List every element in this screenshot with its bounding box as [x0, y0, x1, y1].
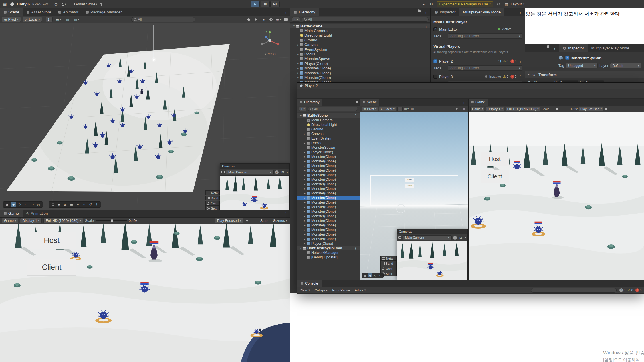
display-dropdown[interactable]: Display 1▾	[20, 218, 42, 223]
p2-scene-viewport[interactable]: Host Client NetwBandOwnSetti ⊞ ⊕ ↻ ▱ Cam…	[360, 112, 468, 280]
console-search-input[interactable]	[531, 288, 617, 293]
camera-select-dropdown[interactable]: Main Camera▾	[226, 170, 274, 174]
hierarchy-item-row[interactable]: ▸Monster(Clone)	[297, 223, 360, 228]
foldout-closed-icon[interactable]: ▸	[303, 192, 307, 195]
cameras-overlay[interactable]: Cameras Main Camera▾ i ⊡ ▾	[220, 163, 290, 210]
game-mode-dropdown[interactable]: Game▾	[470, 107, 484, 111]
editor-dropdown[interactable]: Editor▾	[352, 288, 368, 293]
client-button[interactable]: Client	[481, 170, 509, 183]
grid-snap-dropdown[interactable]: ▦▾	[404, 106, 409, 112]
play-focused-dropdown[interactable]: Play Focused▾	[579, 107, 603, 111]
hierarchy-search-input[interactable]: All	[302, 17, 429, 22]
host-button[interactable]: Host	[481, 152, 509, 166]
pane-menu-icon[interactable]: ⋮	[282, 8, 290, 16]
error-pause-button[interactable]: Error Pause	[330, 288, 352, 293]
layer-dropdown[interactable]: Default▾	[610, 63, 641, 68]
cameras-overlay[interactable]: Cameras Main Camera▾ i ⊡ ▾	[397, 229, 468, 280]
tab-animation[interactable]: ◷Animation	[23, 210, 52, 217]
rotate-tool-icon[interactable]: ↻	[17, 202, 23, 207]
view-tool-icon[interactable]: ⊞	[363, 273, 367, 277]
orientation-gizmo[interactable]: y ◂ Persp	[259, 28, 281, 51]
foldout-closed-icon[interactable]: ▸	[303, 242, 307, 245]
game-viewport[interactable]: Host Client	[0, 224, 290, 362]
undo-history-icon[interactable]: ↻	[429, 2, 434, 7]
hierarchy-item-row[interactable]: ▸Player(Clone)	[297, 150, 360, 154]
tab-scene[interactable]: Scene	[0, 8, 23, 16]
transform-component-header[interactable]: ▾ ⊕ Transform	[525, 71, 644, 78]
add-object-button[interactable]: +▾	[292, 17, 300, 22]
hierarchy-item-row[interactable]: Ground	[290, 38, 430, 42]
effects-toggle-icon[interactable]: ∗	[261, 17, 266, 22]
tab-inspector[interactable]: iInspector	[559, 44, 588, 52]
tab-console[interactable]: Console	[297, 280, 322, 287]
cameras-overlay-title[interactable]: Cameras	[397, 229, 467, 234]
scale-slider[interactable]	[96, 220, 127, 221]
grid-size-field[interactable]: 1	[397, 107, 403, 111]
menu-icon[interactable]: ▦	[2, 2, 7, 7]
hierarchy-item-row[interactable]: ▸Monster(Clone)	[297, 164, 360, 168]
info-count-badge[interactable]: i0	[619, 288, 625, 292]
scene-viewport[interactable]: y ◂ Persp NetwBandOwnSetti Cameras Main …	[0, 23, 290, 210]
hierarchy-item-row[interactable]: ▸Player(Clone)	[297, 241, 360, 246]
hierarchy-item-row[interactable]: ▸Monster(Clone)	[297, 173, 360, 177]
maximize-icon[interactable]: ⊡	[280, 170, 285, 175]
search-button[interactable]	[496, 2, 501, 7]
account-button[interactable]: ▾	[61, 2, 66, 7]
grid-visibility-icon[interactable]: ▦	[461, 106, 467, 112]
cloud-icon[interactable]: ☁	[421, 2, 426, 7]
foldout-closed-icon[interactable]: ▸	[303, 210, 307, 213]
foldout-closed-icon[interactable]: ▸	[303, 201, 307, 204]
collapsed-window-setti[interactable]: Setti	[205, 206, 220, 210]
hierarchy-item-row[interactable]: ▸Monster(Clone)	[297, 196, 360, 200]
foldout-closed-icon[interactable]: ▸	[303, 187, 307, 190]
foldout-open-icon[interactable]: ▾	[299, 247, 303, 250]
collab-disabled-icon[interactable]: ⊘	[53, 2, 58, 7]
foldout-closed-icon[interactable]: ▸	[303, 142, 307, 144]
gizmos-dropdown[interactable]: Gizmos▾	[271, 218, 288, 223]
layout-dropdown[interactable]: ▦Layout▾	[504, 2, 524, 7]
hierarchy-item-row[interactable]: ▸Monster(Clone)	[290, 71, 430, 75]
lock-icon[interactable]	[545, 44, 550, 49]
foldout-closed-icon[interactable]: ▸	[303, 160, 307, 163]
move-tool-icon[interactable]: ⊕	[368, 273, 372, 277]
player-2-row[interactable]: ✓ Player 2 ⚠0 !0 ⋮	[433, 58, 522, 64]
pane-menu-icon[interactable]: ⋮	[422, 8, 430, 16]
player-3-menu-icon[interactable]: ⋮	[518, 74, 522, 79]
local-dropdown[interactable]: ⊙Local▾	[379, 107, 396, 111]
hierarchy-item-row[interactable]: ▸Monster(Clone)	[297, 177, 360, 182]
foldout-open-icon[interactable]: ▾	[292, 25, 296, 27]
clear-button[interactable]: Clear▾	[297, 288, 312, 293]
move-tool-icon[interactable]: ⊕	[11, 202, 16, 207]
collapse-button[interactable]: Collapse	[312, 288, 330, 293]
overlay-menu-icon[interactable]: ▾	[465, 236, 466, 239]
error-count-badge[interactable]: !0	[635, 288, 641, 292]
hierarchy-item-row[interactable]: ▸Monster(Clone)	[290, 75, 430, 80]
hierarchy-item-row[interactable]: EventSystem	[297, 136, 360, 141]
view-tool-icon[interactable]: ⊞	[4, 202, 10, 207]
foldout-closed-icon[interactable]: ▸	[303, 219, 307, 222]
tag-dropdown[interactable]: Untagged▾	[566, 63, 598, 68]
client-button[interactable]: Client	[27, 259, 76, 275]
tab-hierarchy[interactable]: Hierarchy	[290, 8, 319, 16]
scale-tool-icon[interactable]: ▱	[23, 202, 29, 207]
tab-game[interactable]: Game	[469, 99, 488, 106]
vsync-icon[interactable]	[252, 218, 257, 223]
rotate-tool-icon[interactable]: ↻	[373, 273, 377, 277]
hierarchy-item-row[interactable]: MonsterSpawn	[290, 57, 430, 61]
hierarchy-item-row[interactable]: ▸Monster(Clone)	[297, 154, 360, 159]
hierarchy-scene-row[interactable]: ▾DontDestroyOnLoad⋮	[297, 246, 360, 250]
foldout-closed-icon[interactable]: ▸	[296, 43, 300, 46]
rect-tool-icon[interactable]: ▭	[29, 202, 35, 207]
grid-size-field[interactable]: 1	[46, 17, 53, 22]
player-2-checkbox[interactable]: ✓	[433, 59, 437, 63]
pause-button[interactable]: ▮▮	[261, 1, 270, 7]
maximize-icon[interactable]: ⊡	[458, 235, 463, 240]
mute-audio-icon[interactable]	[245, 218, 250, 223]
overlay-2-icon[interactable]: ⊡	[62, 202, 68, 207]
hierarchy-item-row[interactable]: ▸Monster(Clone)	[290, 66, 430, 71]
resolution-dropdown[interactable]: Full HD (1920x1080)▾	[506, 107, 540, 111]
hierarchy-item-row[interactable]: ▸Monster(Clone)	[297, 237, 360, 241]
foldout-closed-icon[interactable]: ▸	[303, 155, 307, 158]
hierarchy-item-row[interactable]: ▸Monster(Clone)	[297, 186, 360, 191]
player-2-window-titlebar[interactable]: Player 2	[297, 83, 644, 89]
